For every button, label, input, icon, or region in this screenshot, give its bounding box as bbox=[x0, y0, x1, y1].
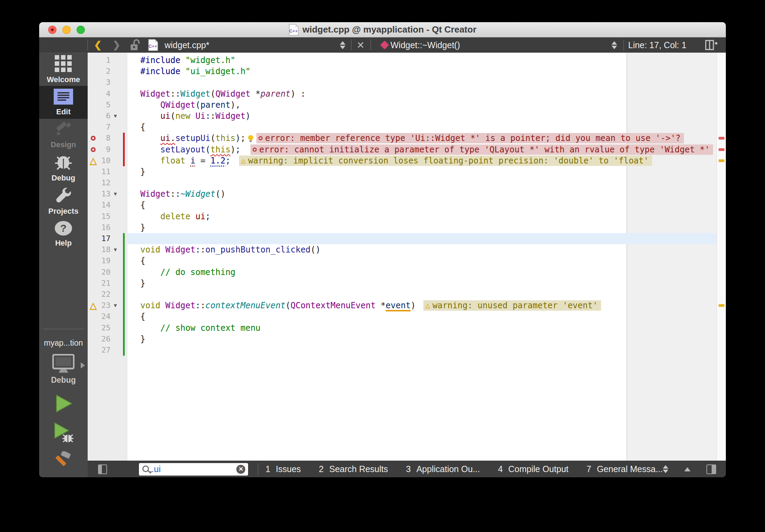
status-bar: ✕ 1Issues2Search Results3Application Ou.… bbox=[88, 461, 726, 477]
code-text[interactable]: } bbox=[128, 166, 716, 177]
output-pane-tab-search-results[interactable]: 2Search Results bbox=[319, 464, 388, 474]
quickfix-lightbulb-icon[interactable] bbox=[248, 135, 253, 140]
locator-input[interactable] bbox=[151, 464, 236, 475]
code-text[interactable]: { bbox=[128, 311, 716, 322]
run-button[interactable] bbox=[54, 394, 73, 413]
split-editor-button[interactable] bbox=[705, 37, 718, 53]
code-line: 6▼ ui(new Ui::Widget) bbox=[88, 110, 716, 122]
sidebar-mode-debug[interactable]: Debug bbox=[39, 152, 88, 185]
code-token bbox=[140, 156, 160, 166]
code-text[interactable]: Widget::~Widget() bbox=[128, 188, 716, 200]
code-text[interactable]: Widget::Widget(QWidget *parent) : bbox=[128, 88, 716, 99]
clear-search-button[interactable]: ✕ bbox=[236, 465, 245, 474]
gutter-icon-slot bbox=[88, 200, 99, 211]
left-sidebar-toggle-button[interactable] bbox=[98, 464, 107, 474]
debug-run-button[interactable] bbox=[53, 422, 74, 442]
close-document-button[interactable]: ✕ bbox=[357, 37, 364, 53]
line-number: 15 bbox=[99, 211, 111, 222]
close-button[interactable] bbox=[48, 26, 56, 34]
code-token: #include bbox=[140, 55, 185, 65]
kit-selector-button[interactable]: Debug bbox=[51, 354, 76, 385]
code-line: 12 bbox=[88, 177, 716, 188]
error-scroll-marker[interactable] bbox=[719, 137, 724, 140]
code-text[interactable]: setLayout(this);error: cannot initialize… bbox=[128, 144, 716, 155]
code-text[interactable]: { bbox=[128, 200, 716, 211]
code-text[interactable]: } bbox=[128, 334, 716, 345]
document-dropdown-button[interactable] bbox=[340, 37, 345, 53]
unlock-icon bbox=[130, 39, 142, 51]
tab-number: 4 bbox=[498, 464, 503, 474]
code-text[interactable]: #include "ui_widget.h" bbox=[128, 66, 716, 77]
fold-marker[interactable]: ▼ bbox=[111, 244, 120, 255]
symbol-selector[interactable]: Widget::~Widget() bbox=[390, 37, 460, 53]
output-pane-dropdown-button[interactable] bbox=[663, 465, 668, 473]
warning-scroll-marker[interactable] bbox=[719, 304, 724, 307]
error-gutter-icon[interactable] bbox=[88, 133, 99, 144]
code-text[interactable]: // show context menu bbox=[128, 322, 716, 334]
code-text[interactable]: #include "widget.h" bbox=[128, 55, 716, 66]
forward-button[interactable]: ❯ bbox=[113, 37, 121, 53]
file-lock-button[interactable] bbox=[130, 37, 142, 53]
output-pane-tab-issues[interactable]: 1Issues bbox=[265, 464, 301, 474]
gutter-icon-slot bbox=[88, 334, 99, 345]
fold-marker[interactable]: ▼ bbox=[111, 300, 120, 311]
code-text[interactable] bbox=[128, 77, 716, 88]
fold-marker[interactable]: ▼ bbox=[111, 110, 120, 122]
code-text[interactable] bbox=[128, 177, 716, 188]
symbol-dropdown-button[interactable] bbox=[612, 37, 617, 53]
code-text[interactable]: { bbox=[128, 122, 716, 133]
line-number: 12 bbox=[99, 177, 111, 188]
code-token: :: bbox=[205, 111, 216, 121]
current-line[interactable] bbox=[128, 233, 716, 244]
zoom-button[interactable] bbox=[77, 26, 85, 34]
open-document-selector[interactable]: widget.cpp* bbox=[165, 37, 209, 53]
sidebar-mode-projects[interactable]: Projects bbox=[39, 185, 88, 218]
build-button[interactable] bbox=[54, 451, 73, 470]
output-pane-tab-compile-output[interactable]: 4Compile Output bbox=[498, 464, 569, 474]
change-bar bbox=[120, 322, 128, 334]
output-pane-tab-general-messa[interactable]: 7General Messa... bbox=[587, 464, 663, 474]
sidebar-mode-welcome[interactable]: Welcome bbox=[39, 53, 88, 86]
output-pane-tab-application-ou[interactable]: 3Application Ou... bbox=[406, 464, 480, 474]
code-text[interactable]: void Widget::contextMenuEvent(QContextMe… bbox=[128, 300, 716, 311]
code-token bbox=[160, 301, 165, 310]
grid-icon bbox=[55, 55, 72, 72]
warning-gutter-icon[interactable]: △ bbox=[88, 155, 99, 166]
back-button[interactable]: ❮ bbox=[94, 37, 102, 53]
change-bar bbox=[120, 222, 128, 233]
fold-marker[interactable]: ▼ bbox=[111, 188, 120, 200]
code-text[interactable]: } bbox=[128, 222, 716, 233]
warning-scroll-marker[interactable] bbox=[719, 159, 724, 162]
code-text[interactable]: // do something bbox=[128, 267, 716, 278]
code-text[interactable]: ui(new Ui::Widget) bbox=[128, 110, 716, 122]
code-token bbox=[160, 245, 165, 255]
minimize-button[interactable] bbox=[62, 26, 71, 34]
code-text[interactable]: delete ui; bbox=[128, 211, 716, 222]
sidebar-mode-help[interactable]: ?Help bbox=[39, 218, 88, 250]
gutter-icon-slot bbox=[88, 322, 99, 334]
code-text[interactable]: ui.setupUi(this);error: member reference… bbox=[128, 133, 716, 144]
sidebar-mode-edit[interactable]: Edit bbox=[39, 86, 88, 119]
error-scroll-marker[interactable] bbox=[719, 148, 724, 151]
line-number: 18 bbox=[99, 244, 111, 255]
warning-gutter-icon[interactable]: △ bbox=[88, 300, 99, 311]
error-gutter-icon[interactable] bbox=[88, 144, 99, 155]
code-text[interactable] bbox=[128, 345, 716, 356]
change-bar bbox=[120, 155, 128, 166]
maximize-output-pane-button[interactable] bbox=[684, 467, 691, 471]
cursor-position: Line: 17, Col: 1 bbox=[628, 37, 686, 53]
code-text[interactable]: } bbox=[128, 278, 716, 289]
right-sidebar-toggle-button[interactable] bbox=[706, 464, 716, 474]
code-token: setupUi bbox=[175, 133, 210, 143]
mode-label: Edit bbox=[56, 107, 71, 116]
code-text[interactable]: QWidget(parent), bbox=[128, 99, 716, 110]
mode-label: Debug bbox=[52, 174, 75, 183]
code-text[interactable] bbox=[128, 289, 716, 300]
code-text[interactable]: float i = 1.2;△warning: implicit convers… bbox=[128, 155, 716, 166]
code-token: = bbox=[195, 156, 210, 166]
code-token: ) : bbox=[291, 89, 306, 99]
fold-marker-slot bbox=[111, 133, 120, 144]
code-editor[interactable]: 1#include "widget.h"2#include "ui_widget… bbox=[88, 53, 726, 461]
code-text[interactable]: void Widget::on_pushButton_clicked() bbox=[128, 244, 716, 255]
code-text[interactable]: { bbox=[128, 255, 716, 266]
